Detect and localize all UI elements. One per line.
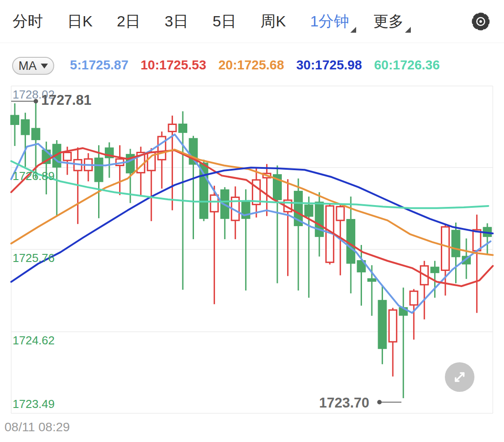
tab-label: 周K: [260, 13, 286, 30]
ma-value-10: 10:1725.53: [141, 58, 207, 73]
y-axis-label: 1725.76: [13, 251, 55, 265]
y-axis-label: 1723.49: [13, 397, 55, 411]
tab-label: 1分钟: [310, 13, 349, 30]
ma-dropdown-label: MA: [18, 59, 37, 73]
tab-period-2[interactable]: 2日: [117, 11, 141, 32]
ma-value-5: 5:1725.87: [70, 58, 129, 73]
high-marker-line: [11, 101, 34, 102]
ma-dropdown-button[interactable]: MA: [12, 57, 54, 75]
ma-value-60: 60:1726.36: [374, 58, 440, 73]
tab-period-1[interactable]: 日K: [67, 11, 93, 32]
tab-label: 2日: [117, 13, 141, 30]
tab-label: 日K: [67, 13, 93, 30]
period-tab-bar: 分时日K2日3日5日周K1分钟更多: [0, 0, 504, 43]
high-marker-dot: [34, 99, 38, 103]
tab-label: 5日: [213, 13, 237, 30]
ma5-line: [11, 134, 491, 313]
caret-down-icon: [41, 64, 48, 69]
y-axis-label: 1724.62: [13, 334, 55, 348]
tab-label: 分时: [13, 13, 43, 30]
ma-value-20: 20:1725.68: [218, 58, 284, 73]
tab-period-3[interactable]: 3日: [165, 11, 189, 32]
expand-arrows-icon: [451, 369, 468, 386]
tab-period-4[interactable]: 5日: [213, 11, 237, 32]
tab-period-0[interactable]: 分时: [13, 11, 43, 32]
low-marker-line: [382, 402, 401, 403]
y-axis-label: 1726.89: [13, 169, 55, 183]
gear-icon[interactable]: [470, 11, 491, 32]
ma-indicator-bar: MA 5:1725.8710:1725.5320:1725.6830:1725.…: [0, 53, 504, 77]
dropdown-corner-icon: [350, 27, 356, 33]
tab-label: 更多: [373, 13, 404, 30]
tab-label: 3日: [165, 13, 189, 30]
tab-period-5[interactable]: 周K: [260, 11, 286, 32]
tab-period-6[interactable]: 1分钟: [310, 11, 349, 32]
ma-value-30: 30:1725.98: [296, 58, 362, 73]
fullscreen-expand-button[interactable]: [445, 362, 474, 392]
x-axis-start-time: 08/11 08:29: [4, 420, 70, 434]
dropdown-corner-icon: [405, 27, 411, 33]
tab-more[interactable]: 更多: [373, 11, 404, 32]
low-price-annotation: 1723.70: [319, 395, 369, 411]
high-price-annotation: 1727.81: [41, 92, 91, 108]
